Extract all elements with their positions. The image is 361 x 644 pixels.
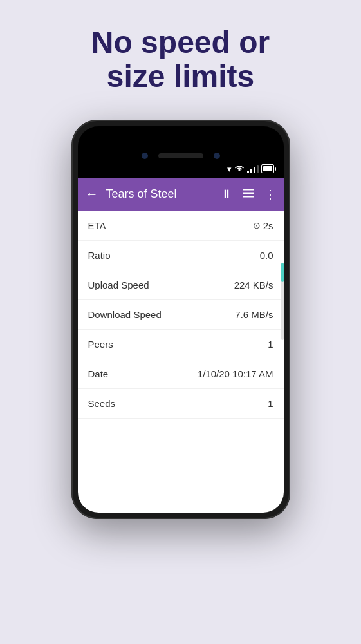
app-bar-actions: ⏸ ⋮	[221, 187, 276, 202]
seeds-label: Seeds	[88, 398, 116, 409]
download-speed-value: 7.6 MB/s	[235, 309, 273, 320]
headline-line1: No speed or	[91, 25, 270, 59]
info-list: ETA ⊙ 2s Ratio 0.0 Upload Speed	[78, 211, 284, 419]
wifi-icon-svg	[234, 164, 245, 173]
table-row: Download Speed 7.6 MB/s	[78, 300, 284, 330]
camera-dot-2	[214, 153, 220, 159]
date-value: 1/10/20 10:17 AM	[198, 368, 273, 379]
table-row: Upload Speed 224 KB/s	[78, 270, 284, 300]
list-button[interactable]	[243, 189, 254, 200]
svg-rect-0	[243, 189, 254, 191]
phone-wrapper: ▾	[71, 120, 290, 519]
camera-dot	[142, 153, 148, 159]
ratio-value: 0.0	[260, 250, 273, 261]
table-row: Seeds 1	[78, 389, 284, 419]
battery-icon	[261, 164, 276, 173]
screen-content: ← Tears of Steel ⏸ ⋮	[78, 178, 284, 513]
wifi-icon: ▾	[227, 164, 232, 174]
table-row: ETA ⊙ 2s	[78, 211, 284, 241]
upload-speed-value: 224 KB/s	[234, 279, 273, 290]
peers-label: Peers	[88, 339, 113, 350]
svg-rect-2	[243, 196, 254, 198]
peers-value: 1	[268, 339, 273, 350]
battery-fill	[263, 166, 272, 171]
phone-inner: ▾	[78, 126, 284, 513]
scrollbar-thumb[interactable]	[281, 263, 284, 282]
table-row: Ratio 0.0	[78, 241, 284, 270]
ratio-label: Ratio	[88, 250, 111, 261]
more-button[interactable]: ⋮	[264, 187, 276, 202]
back-button[interactable]: ←	[86, 187, 98, 202]
status-bar: ▾	[78, 126, 284, 178]
status-icons: ▾	[78, 164, 284, 174]
phone-outer: ▾	[71, 120, 290, 519]
headline-line2: size limits	[107, 59, 254, 93]
speaker	[158, 153, 203, 158]
signal-bar-3	[254, 167, 255, 173]
clock-icon: ⊙	[253, 220, 261, 231]
scrollbar-track	[281, 263, 284, 340]
signal-bars	[247, 164, 259, 173]
signal-bar-4	[257, 165, 259, 173]
table-row: Peers 1	[78, 330, 284, 359]
date-label: Date	[88, 368, 109, 379]
download-speed-label: Download Speed	[88, 309, 162, 320]
app-title: Tears of Steel	[106, 187, 213, 201]
eta-value: ⊙ 2s	[253, 220, 273, 231]
svg-rect-1	[243, 192, 254, 194]
signal-bar-2	[250, 169, 252, 173]
battery-tip	[275, 167, 276, 171]
seeds-value: 1	[268, 398, 273, 409]
upload-speed-label: Upload Speed	[88, 279, 149, 290]
pause-button[interactable]: ⏸	[221, 187, 232, 201]
eta-label: ETA	[88, 220, 106, 231]
camera-row	[142, 153, 220, 159]
app-bar: ← Tears of Steel ⏸ ⋮	[78, 178, 284, 211]
table-row: Date 1/10/20 10:17 AM	[78, 359, 284, 389]
signal-bar-1	[247, 171, 249, 173]
headline: No speed or size limits	[66, 26, 295, 94]
